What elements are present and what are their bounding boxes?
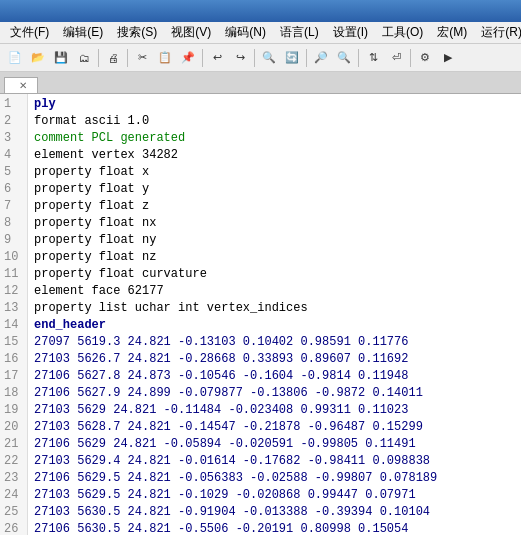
menu-settings[interactable]: 设置(I): [327, 23, 374, 42]
toolbar-sep-3: [202, 49, 203, 67]
undo-btn[interactable]: ↩: [206, 47, 228, 69]
menu-bar: 文件(F) 编辑(E) 搜索(S) 视图(V) 编码(N) 语言(L) 设置(I…: [0, 22, 521, 44]
copy-btn[interactable]: 📋: [154, 47, 176, 69]
zoom-out-btn[interactable]: 🔍: [333, 47, 355, 69]
line-number-14: 14: [4, 317, 21, 334]
toolbar-sep-5: [306, 49, 307, 67]
editor: 1234567891011121314151617181920212223242…: [0, 94, 521, 535]
code-line-25: 27103 5630.5 24.821 -0.91904 -0.013388 -…: [34, 504, 515, 521]
menu-tools[interactable]: 工具(O): [376, 23, 429, 42]
code-line-9: property float ny: [34, 232, 515, 249]
print-btn[interactable]: 🖨: [102, 47, 124, 69]
tab-close-btn[interactable]: ✕: [17, 80, 29, 91]
find-btn[interactable]: 🔍: [258, 47, 280, 69]
line-number-20: 20: [4, 419, 21, 436]
cut-btn[interactable]: ✂: [131, 47, 153, 69]
line-number-9: 9: [4, 232, 21, 249]
tab-file[interactable]: ✕: [4, 77, 38, 93]
line-number-8: 8: [4, 215, 21, 232]
code-line-2: format ascii 1.0: [34, 113, 515, 130]
code-line-5: property float x: [34, 164, 515, 181]
code-content[interactable]: plyformat ascii 1.0comment PCL generated…: [28, 94, 521, 535]
line-number-7: 7: [4, 198, 21, 215]
run-btn[interactable]: ▶: [437, 47, 459, 69]
wrap-btn[interactable]: ⏎: [385, 47, 407, 69]
menu-macro[interactable]: 宏(M): [431, 23, 473, 42]
code-line-3: comment PCL generated: [34, 130, 515, 147]
code-line-24: 27103 5629.5 24.821 -0.1029 -0.020868 0.…: [34, 487, 515, 504]
line-number-6: 6: [4, 181, 21, 198]
save-btn[interactable]: 💾: [50, 47, 72, 69]
code-line-7: property float z: [34, 198, 515, 215]
code-line-20: 27103 5628.7 24.821 -0.14547 -0.21878 -0…: [34, 419, 515, 436]
code-line-19: 27103 5629 24.821 -0.11484 -0.023408 0.9…: [34, 402, 515, 419]
toolbar-sep-6: [358, 49, 359, 67]
toolbar-sep-4: [254, 49, 255, 67]
line-number-gutter: 1234567891011121314151617181920212223242…: [0, 94, 28, 535]
paste-btn[interactable]: 📌: [177, 47, 199, 69]
line-number-17: 17: [4, 368, 21, 385]
code-line-13: property list uchar int vertex_indices: [34, 300, 515, 317]
line-number-15: 15: [4, 334, 21, 351]
menu-edit[interactable]: 编辑(E): [57, 23, 109, 42]
zoom-in-btn[interactable]: 🔎: [310, 47, 332, 69]
code-line-26: 27106 5630.5 24.821 -0.5506 -0.20191 0.8…: [34, 521, 515, 535]
code-line-17: 27106 5627.8 24.873 -0.10546 -0.1604 -0.…: [34, 368, 515, 385]
toolbar: 📄 📂 💾 🗂 🖨 ✂ 📋 📌 ↩ ↪ 🔍 🔄 🔎 🔍 ⇅ ⏎ ⚙ ▶: [0, 44, 521, 72]
replace-btn[interactable]: 🔄: [281, 47, 303, 69]
macro-btn[interactable]: ⚙: [414, 47, 436, 69]
new-file-btn[interactable]: 📄: [4, 47, 26, 69]
menu-file[interactable]: 文件(F): [4, 23, 55, 42]
line-number-25: 25: [4, 504, 21, 521]
code-line-14: end_header: [34, 317, 515, 334]
menu-search[interactable]: 搜索(S): [111, 23, 163, 42]
code-line-8: property float nx: [34, 215, 515, 232]
code-line-18: 27106 5627.9 24.899 -0.079877 -0.13806 -…: [34, 385, 515, 402]
code-line-11: property float curvature: [34, 266, 515, 283]
open-file-btn[interactable]: 📂: [27, 47, 49, 69]
code-line-12: element face 62177: [34, 283, 515, 300]
code-line-16: 27103 5626.7 24.821 -0.28668 0.33893 0.8…: [34, 351, 515, 368]
line-number-11: 11: [4, 266, 21, 283]
line-number-26: 26: [4, 521, 21, 535]
menu-view[interactable]: 视图(V): [165, 23, 217, 42]
code-line-4: element vertex 34282: [34, 147, 515, 164]
line-number-3: 3: [4, 130, 21, 147]
line-number-2: 2: [4, 113, 21, 130]
redo-btn[interactable]: ↪: [229, 47, 251, 69]
sync-scroll-btn[interactable]: ⇅: [362, 47, 384, 69]
line-number-4: 4: [4, 147, 21, 164]
line-number-19: 19: [4, 402, 21, 419]
code-line-15: 27097 5619.3 24.821 -0.13103 0.10402 0.9…: [34, 334, 515, 351]
code-line-23: 27106 5629.5 24.821 -0.056383 -0.02588 -…: [34, 470, 515, 487]
title-bar: [0, 0, 521, 22]
toolbar-sep-7: [410, 49, 411, 67]
line-number-18: 18: [4, 385, 21, 402]
line-number-24: 24: [4, 487, 21, 504]
line-number-16: 16: [4, 351, 21, 368]
line-number-22: 22: [4, 453, 21, 470]
save-all-btn[interactable]: 🗂: [73, 47, 95, 69]
line-number-1: 1: [4, 96, 21, 113]
code-line-22: 27103 5629.4 24.821 -0.01614 -0.17682 -0…: [34, 453, 515, 470]
code-line-21: 27106 5629 24.821 -0.05894 -0.020591 -0.…: [34, 436, 515, 453]
menu-encoding[interactable]: 编码(N): [219, 23, 272, 42]
menu-run[interactable]: 运行(R): [475, 23, 521, 42]
code-line-10: property float nz: [34, 249, 515, 266]
line-number-12: 12: [4, 283, 21, 300]
menu-language[interactable]: 语言(L): [274, 23, 325, 42]
line-number-13: 13: [4, 300, 21, 317]
line-number-5: 5: [4, 164, 21, 181]
code-line-1: ply: [34, 96, 515, 113]
line-number-10: 10: [4, 249, 21, 266]
tab-bar: ✕: [0, 72, 521, 94]
line-number-21: 21: [4, 436, 21, 453]
code-line-6: property float y: [34, 181, 515, 198]
line-number-23: 23: [4, 470, 21, 487]
toolbar-sep-1: [98, 49, 99, 67]
toolbar-sep-2: [127, 49, 128, 67]
